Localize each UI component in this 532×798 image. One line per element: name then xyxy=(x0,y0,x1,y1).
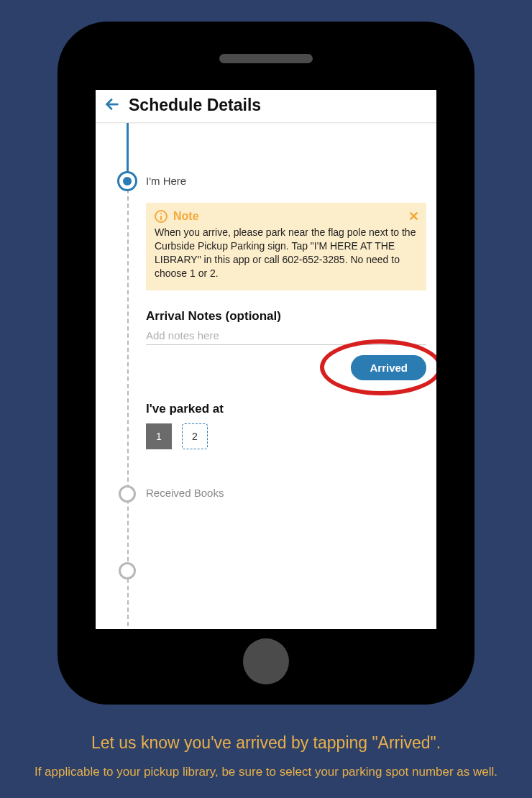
phone-speaker xyxy=(219,54,313,63)
step-completed xyxy=(127,562,436,577)
step-received-title: Received Books xyxy=(146,485,426,499)
phone-mockup-frame: Schedule Details I'm Here Note ✕ When yo… xyxy=(58,22,474,705)
arrived-button[interactable]: Arrived xyxy=(351,355,426,380)
instruction-caption: Let us know you've arrived by tapping "A… xyxy=(0,723,532,799)
page-title: Schedule Details xyxy=(129,96,261,115)
parking-spot-2[interactable]: 2 xyxy=(182,423,208,449)
arrival-notes-label: Arrival Notes (optional) xyxy=(146,309,426,324)
close-icon[interactable]: ✕ xyxy=(408,208,419,224)
note-card: Note ✕ When you arrive, please park near… xyxy=(146,203,426,290)
info-icon xyxy=(155,210,168,223)
step-marker-pending-icon xyxy=(119,562,136,579)
back-arrow-icon[interactable] xyxy=(104,96,120,115)
note-header: Note xyxy=(155,210,418,223)
app-screen: Schedule Details I'm Here Note ✕ When yo… xyxy=(96,90,436,629)
note-title: Note xyxy=(173,210,199,223)
phone-home-button xyxy=(243,638,289,684)
timeline: I'm Here Note ✕ When you arrive, please … xyxy=(96,123,436,626)
parked-at-label: I've parked at xyxy=(146,402,426,416)
step-marker-active-icon xyxy=(117,171,137,191)
caption-sub-text: If applicable to your pickup library, be… xyxy=(29,763,503,781)
note-body: When you arrive, please park near the fl… xyxy=(155,226,418,280)
arrival-notes-input[interactable] xyxy=(146,324,426,345)
step-im-here: I'm Here Note ✕ When you arrive, please … xyxy=(127,123,436,449)
parking-spot-1[interactable]: 1 xyxy=(146,423,172,449)
arrived-button-row: Arrived xyxy=(146,355,426,380)
step-received-books: Received Books xyxy=(127,485,436,499)
step-marker-pending-icon xyxy=(119,485,136,503)
app-header: Schedule Details xyxy=(96,90,436,123)
step-im-here-title: I'm Here xyxy=(146,123,426,187)
parking-spot-options: 1 2 xyxy=(146,423,426,449)
caption-main-text: Let us know you've arrived by tapping "A… xyxy=(29,733,503,753)
